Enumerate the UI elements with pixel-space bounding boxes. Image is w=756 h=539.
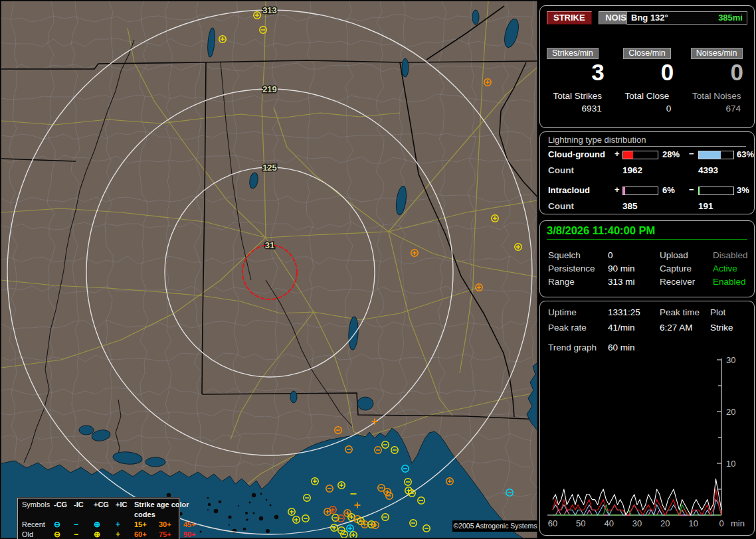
status-value-2: Enabled — [713, 277, 746, 287]
marsh-speck — [260, 493, 262, 495]
bearing-value: Bng 132° — [631, 13, 668, 23]
trendgraph-range[interactable]: 60 min — [608, 343, 635, 352]
marsh-speck — [229, 524, 230, 526]
x-axis-unit: min — [731, 518, 745, 528]
rate-chip-cell: Close/min — [613, 46, 682, 59]
x-tick-label: 60 — [548, 518, 557, 528]
close-per-min-chip[interactable]: Close/min — [623, 48, 671, 59]
peakrate-value: 41/min — [608, 323, 635, 333]
copyright-text: ©2005 Astrogenic Systems — [452, 520, 538, 532]
marsh-speck — [243, 528, 246, 531]
strikes-per-min-chip[interactable]: Strikes/min — [547, 48, 599, 59]
status-label-2: Capture — [660, 264, 692, 273]
marsh-speck — [208, 503, 211, 506]
ic-pos-symbol: + — [116, 530, 134, 539]
marsh-speck — [219, 501, 222, 504]
legend-row-label: Old — [22, 530, 54, 539]
uptime-label: Uptime — [548, 307, 577, 317]
marsh-speck — [238, 505, 239, 506]
trend-series-cloudground-pos — [553, 489, 721, 515]
rate-chip-cell: Noises/min — [682, 46, 751, 59]
cg-pos-symbol: ⊕ — [94, 520, 116, 530]
legend-header: +CG — [94, 500, 116, 520]
trend-graph: 1020306050403020100min — [542, 353, 753, 534]
total-label: Total Noises — [682, 91, 751, 101]
total-values-row: 69310674 — [543, 104, 751, 114]
marsh-speck — [249, 502, 251, 504]
plus-sign: + — [614, 185, 620, 194]
count-row: Count385191 — [548, 201, 749, 211]
plus-sign: + — [614, 149, 620, 159]
lake — [357, 397, 373, 410]
x-tick-label: 40 — [604, 518, 613, 528]
lake — [79, 425, 94, 435]
negative-percent: 63% — [737, 149, 754, 159]
noises-per-min-chip[interactable]: Noises/min — [691, 48, 743, 59]
negative-percent: 3% — [737, 185, 749, 195]
count-row: Count19624393 — [548, 165, 749, 175]
trend-series-intracloud-pos — [553, 510, 721, 515]
lake — [472, 10, 479, 25]
y-tick-label: 20 — [726, 407, 735, 417]
age-code: 75+ — [159, 530, 183, 539]
legend-header: -CG — [54, 500, 74, 520]
marsh-speck — [228, 515, 231, 518]
ic-neg-symbol: − — [74, 530, 94, 539]
age-code: 15+ — [134, 520, 159, 530]
lake — [290, 391, 297, 403]
rate-chips-row: Strikes/minClose/minNoises/min — [543, 46, 751, 59]
count-label: Count — [548, 165, 574, 175]
strike-legend: Symbols-CG-IC+CG+ICStrike age color code… — [17, 498, 179, 539]
status-label-2: Upload — [660, 250, 688, 260]
negative-count: 191 — [698, 201, 713, 211]
marsh-speck — [266, 529, 270, 533]
marsh-speck — [253, 512, 255, 514]
total-value: 674 — [682, 104, 751, 114]
status-value: 0 — [608, 250, 613, 260]
range-ring-label: 219 — [262, 84, 277, 94]
uptime-value: 1331:25 — [608, 307, 640, 317]
status-label: Squelch — [548, 250, 581, 260]
cg-pos-symbol: ⊕ — [94, 530, 116, 539]
x-tick-label: 50 — [576, 518, 585, 528]
age-code: 90+ — [183, 530, 205, 539]
marsh-speck — [167, 493, 171, 498]
trend-series-cloudground-neg — [553, 500, 721, 515]
status-label-2: Receiver — [660, 277, 695, 287]
status-value: 90 min — [608, 264, 635, 273]
strike-button[interactable]: STRIKE — [547, 11, 592, 25]
marsh-speck — [207, 497, 209, 499]
ic-pos-symbol: + — [116, 520, 134, 530]
positive-percent: 6% — [662, 185, 675, 195]
negative-bar — [698, 187, 734, 195]
marsh-speck — [274, 515, 278, 519]
rate-values-row: 300 — [543, 60, 751, 84]
ic-neg-symbol: − — [74, 520, 94, 530]
positive-bar — [622, 151, 658, 159]
y-tick-label: 30 — [726, 355, 735, 365]
y-tick-label: 10 — [726, 459, 735, 469]
distribution-type-label: Cloud-ground — [548, 149, 605, 159]
minus-sign: − — [689, 149, 694, 159]
distribution-title: Lightning type distribution — [548, 135, 746, 147]
lightning-map[interactable]: 31321912531 — [1, 1, 537, 538]
status-value-2: Disabled — [713, 250, 748, 260]
positive-bar-fill — [623, 151, 633, 159]
marsh-speck — [245, 512, 248, 514]
plot-value[interactable]: Strike — [710, 323, 733, 333]
status-value: 313 mi — [608, 277, 635, 287]
status-label: Range — [548, 277, 575, 287]
marsh-speck — [246, 518, 248, 521]
marsh-speck — [207, 509, 209, 510]
marsh-speck — [252, 493, 256, 497]
bearing-range: 385mi — [718, 12, 743, 24]
rate-value: 3 — [543, 60, 613, 84]
total-label: Total Strikes — [543, 91, 613, 101]
negative-bar — [698, 151, 734, 159]
cg-neg-symbol: ⊖ — [54, 530, 74, 539]
x-tick-label: 0 — [719, 518, 723, 528]
counters-panel: STRIKE NOISE Bng 132° 385mi Strikes/minC… — [539, 5, 755, 128]
status-panel: 3/8/2026 11:40:00 PM Squelch0UploadDisab… — [539, 220, 755, 297]
lake — [402, 58, 409, 77]
marsh-speck — [270, 504, 272, 506]
